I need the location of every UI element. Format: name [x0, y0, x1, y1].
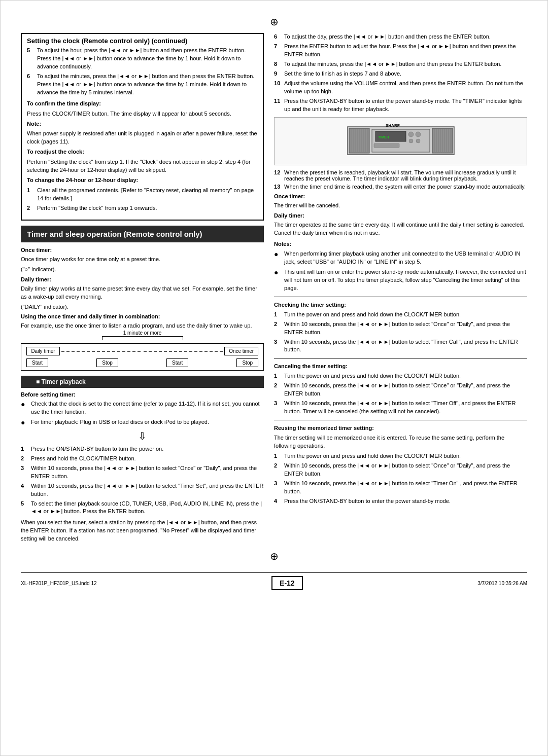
daily-start-btn: Start [26, 358, 48, 367]
left-column: Setting the clock (Remote control only) … [21, 33, 264, 545]
timer-step-3: 3 Within 10 seconds, press the |◄◄ or ►►… [21, 464, 264, 481]
timer-playback-header: ■ Timer playback [21, 376, 264, 388]
reusing-4: 4 Press the ON/STAND-BY button to enter … [274, 497, 527, 506]
once-timer-indicator: ("○" indicator). [21, 266, 264, 274]
before-setting-title: Before setting timer: [21, 391, 76, 398]
note-1: ● When performing timer playback using a… [274, 250, 527, 266]
note-2-text: This unit will turn on or enter the powe… [284, 268, 527, 293]
diagram-top-label: 1 minute or more [123, 330, 162, 336]
reusing-list: 1 Turn the power on and press and hold d… [274, 452, 527, 506]
footer-right-text: 3/7/2012 10:35:26 AM [477, 581, 527, 586]
daily-timer-title: Daily timer: [21, 276, 51, 282]
change-step-2: 2 Perform "Setting the clock" from step … [27, 204, 258, 212]
note-text: When power supply is restored after unit… [27, 130, 258, 146]
checking-1: 1 Turn the power on and press and hold d… [274, 311, 527, 319]
device-image: TIMER SHARP [274, 117, 527, 165]
change-step-1: 1 Clear all the programed contents. [Ref… [27, 187, 258, 203]
timer-step-1: 1 Press the ON/STAND-BY button to turn t… [21, 445, 264, 453]
notes-section: Notes: ● When performing timer playback … [274, 240, 527, 293]
confirm-time-title: To confirm the time display: [27, 100, 101, 106]
right-daily-timer-title: Daily timer: [274, 212, 304, 219]
bottom-compass-icon: ⊕ [21, 550, 527, 562]
right-daily-timer-text: The timer operates at the same time ever… [274, 221, 527, 237]
once-timer-text: Once timer play works for one time only … [21, 256, 264, 264]
right-step-7: 7 Press the ENTER button to adjust the h… [274, 43, 527, 59]
readjust-text: Perform "Setting the clock" from step 1.… [27, 158, 258, 174]
checking-3: 3 Within 10 seconds, press the |◄◄ or ►►… [274, 338, 527, 354]
timer-playback-square [26, 379, 31, 384]
right-step-11: 11 Press the ON/STAND-BY button to enter… [274, 97, 527, 114]
once-stop-btn: Stop [236, 358, 258, 367]
reusing-3: 3 Within 10 seconds, press the |◄◄ or ►►… [274, 480, 527, 496]
svg-point-25 [416, 132, 421, 137]
checking-2: 2 Within 10 seconds, press the |◄◄ or ►►… [274, 320, 527, 337]
notes-title: Notes: [274, 240, 527, 248]
canceling-1: 1 Turn the power on and press and hold d… [274, 372, 527, 380]
timer-steps-list: 1 Press the ON/STAND-BY button to turn t… [21, 445, 264, 516]
change-display-title: To change the 24-hour or 12-hour display… [27, 177, 138, 183]
canceling-title: Canceling the timer setting: [274, 363, 348, 369]
clock-step-5: 5 To adjust the hour, press the |◄◄ or ►… [27, 47, 258, 71]
svg-rect-28 [374, 143, 399, 148]
daily-stop-btn: Stop [96, 358, 118, 367]
readjust-title: To readjust the clock: [27, 149, 84, 155]
once-timer-box: Once timer [224, 347, 258, 355]
canceling-2: 2 Within 10 seconds, press the |◄◄ or ►►… [274, 382, 527, 398]
timer-sleep-header: Timer and sleep operation (Remote contro… [21, 226, 264, 242]
top-compass-icon: ⊕ [21, 16, 527, 28]
canceling-3: 3 Within 10 seconds, press the |◄◄ or ►►… [274, 400, 527, 416]
right-step-8: 8 To adjust the minutes, press the |◄◄ o… [274, 60, 527, 68]
checking-list: 1 Turn the power on and press and hold d… [274, 311, 527, 354]
confirm-time-text: Press the CLOCK/TIMER button. The time d… [27, 110, 258, 118]
reusing-title: Reusing the memorized timer setting: [274, 425, 374, 431]
clock-step-6: 6 To adjust the minutes, press the |◄◄ o… [27, 73, 258, 97]
once-timer-title: Once timer: [21, 247, 52, 253]
svg-text:SHARP: SHARP [386, 123, 400, 128]
before-bullet-2: ● For timer playback: Plug in USB or loa… [21, 418, 264, 427]
footer-left-text: XL-HF201P_HF301P_US.indd 12 [21, 581, 97, 586]
tuner-note: When you select the tuner, select a stat… [21, 519, 264, 543]
right-step-9: 9 Set the time to finish as in steps 7 a… [274, 70, 527, 78]
checking-title: Checking the timer setting: [274, 302, 346, 308]
timer-step-2: 2 Press and hold the CLOCK/TIMER button. [21, 455, 264, 463]
reusing-2: 2 Within 10 seconds, press the |◄◄ or ►►… [274, 462, 527, 478]
setting-clock-section: Setting the clock (Remote control only) … [21, 33, 264, 221]
change-display-steps: 1 Clear all the programed contents. [Ref… [27, 187, 258, 212]
svg-point-27 [416, 139, 420, 143]
combo-text: For example, use the once timer to liste… [21, 322, 264, 330]
right-column: 6 To adjust the day, press the |◄◄ or ►►… [274, 33, 527, 545]
stereo-device-svg: TIMER SHARP [345, 122, 457, 160]
canceling-list: 1 Turn the power on and press and hold d… [274, 372, 527, 416]
right-once-timer-title: Once timer: [274, 193, 305, 199]
svg-point-26 [409, 139, 413, 143]
timer-step-4: 4 Within 10 seconds, press the |◄◄ or ►►… [21, 482, 264, 498]
note-2: ● This unit will turn on or enter the po… [274, 268, 527, 293]
page-footer: XL-HF201P_HF301P_US.indd 12 E-12 3/7/201… [21, 572, 527, 590]
reusing-1: 1 Turn the power on and press and hold d… [274, 452, 527, 460]
before-bullet-1: ● Check that the clock is set to the cor… [21, 400, 264, 416]
timer-diagram: 1 minute or more Daily timer Once timer [21, 335, 264, 371]
setting-clock-title: Setting the clock (Remote control only) … [27, 37, 258, 45]
right-step-6: 6 To adjust the day, press the |◄◄ or ►►… [274, 33, 527, 41]
combo-title: Using the once timer and daily timer in … [21, 313, 160, 319]
svg-point-24 [408, 132, 414, 137]
daily-timer-indicator: ("DAILY" indicator). [21, 303, 264, 311]
step-12-container: 12 When the preset time is reached, play… [274, 169, 527, 182]
once-start-btn: Start [166, 358, 188, 367]
reusing-intro: The timer setting will be memorized once… [274, 434, 527, 450]
down-arrow-icon: ⇩ [21, 430, 264, 442]
daily-timer-text: Daily timer play works at the same prese… [21, 285, 264, 301]
svg-text:TIMER: TIMER [378, 135, 389, 139]
right-once-timer-text: The timer will be canceled. [274, 202, 527, 210]
note-title: Note: [27, 121, 41, 127]
right-steps-list: 6 To adjust the day, press the |◄◄ or ►►… [274, 33, 527, 113]
page-number-box: E-12 [271, 576, 303, 590]
step-13-container: 13 When the timer end time is reached, t… [274, 184, 527, 190]
daily-timer-box: Daily timer [26, 347, 60, 355]
clock-steps-list: 5 To adjust the hour, press the |◄◄ or ►… [27, 47, 258, 97]
right-step-10: 10 Adjust the volume using the VOLUME co… [274, 80, 527, 96]
timer-step-5: 5 To select the timer playback source (C… [21, 500, 264, 516]
